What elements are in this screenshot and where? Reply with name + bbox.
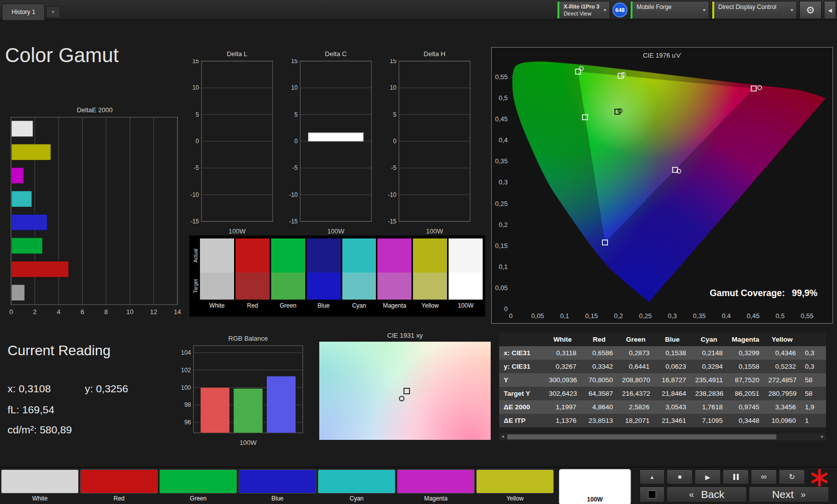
table-cell: 1,1997	[544, 400, 581, 414]
scrollbar-thumb[interactable]	[507, 434, 776, 439]
pattern-button-100w[interactable]: 100W	[559, 469, 631, 504]
svg-text:-10: -10	[388, 191, 397, 198]
results-table: WhiteRedGreenBlueCyanMagentaYellowx: CIE…	[499, 333, 826, 427]
next-button[interactable]: Next »	[749, 486, 829, 502]
pattern-button-yellow[interactable]: Yellow	[476, 469, 554, 502]
svg-text:14: 14	[174, 308, 181, 316]
target-swatch	[200, 273, 234, 300]
scrollbar-track[interactable]	[506, 434, 819, 440]
delta-c-chart-panel: Delta C 151050-5-10-15 100W	[285, 50, 373, 235]
chevron-down-icon: ▼	[790, 8, 794, 13]
table-cell: 16,8727	[654, 373, 691, 387]
comparison-column-100w: 100W	[449, 238, 483, 317]
target-swatch	[342, 273, 376, 300]
target-swatch	[271, 273, 305, 300]
app-root: History 1 + X-Rite i1Pro 3 Direct View ▼…	[0, 0, 837, 504]
table-cell: 272,4857	[764, 373, 800, 387]
pause-button[interactable]	[723, 469, 749, 484]
pause-icon	[733, 474, 735, 480]
table-cell: 10,0960	[764, 414, 800, 427]
svg-text:98: 98	[184, 401, 191, 408]
meter-dropdown[interactable]: X-Rite i1Pro 3 Direct View ▼	[557, 1, 610, 19]
pattern-swatch	[239, 469, 316, 493]
table-cell: 0,4346	[764, 346, 800, 360]
svg-text:15: 15	[192, 59, 199, 65]
table-cell: 0,3299	[727, 346, 764, 360]
pattern-label: Blue	[239, 493, 316, 502]
new-tab-button[interactable]: +	[46, 6, 60, 17]
svg-text:104: 104	[181, 349, 191, 356]
source-status-indicator	[631, 2, 633, 19]
deltae2000-chart: 02468101214	[8, 115, 181, 318]
table-cell: 64,3587	[581, 387, 617, 400]
tab-history-1[interactable]: History 1	[2, 4, 45, 20]
table-row-label: ΔE 2000	[499, 400, 544, 414]
svg-text:2: 2	[33, 308, 37, 316]
table-column-header: Green	[617, 333, 654, 346]
target-swatch	[377, 273, 411, 300]
table-cell: 2,5826	[617, 400, 654, 414]
table-cell: 0,3342	[581, 360, 617, 373]
svg-text:15: 15	[390, 59, 397, 65]
table-row-y: Y300,093670,8050208,807016,8727235,49118…	[499, 373, 826, 387]
back-label: Back	[701, 488, 725, 500]
table-column-header: Magenta	[727, 333, 764, 346]
swatch-label: Red	[236, 300, 270, 311]
x-axis-label: 100W	[384, 227, 472, 235]
comparison-column-green: Green	[271, 238, 305, 317]
table-column-header: White	[544, 333, 581, 346]
attention-asterisk-icon[interactable]	[810, 468, 829, 487]
pattern-button-blue[interactable]: Blue	[239, 469, 316, 502]
bottom-bar: WhiteRedGreenBlueCyanMagentaYellow100W ▲…	[0, 467, 837, 504]
table-cell: 1,1376	[544, 414, 581, 427]
table-cell: 0,0623	[654, 360, 691, 373]
chevron-left-icon: ◀	[828, 8, 832, 13]
display-control-name: Direct Display Control	[718, 4, 776, 11]
svg-text:102: 102	[181, 367, 191, 374]
play-button[interactable]: ▶	[695, 469, 721, 484]
pattern-button-red[interactable]: Red	[80, 469, 158, 502]
table-cell: 238,2836	[691, 387, 727, 400]
pattern-button-white[interactable]: White	[1, 469, 79, 502]
svg-text:5: 5	[195, 111, 199, 118]
pattern-button-cyan[interactable]: Cyan	[318, 469, 395, 502]
table-row-label: y: CIE31	[499, 360, 544, 373]
refresh-button[interactable]: ↻	[779, 469, 805, 484]
table-horizontal-scrollbar[interactable]: ◄ ►	[499, 433, 826, 440]
display-control-dropdown[interactable]: Direct Display Control ▼	[712, 1, 797, 19]
blackout-pattern-button[interactable]	[640, 486, 665, 502]
delta-l-chart: 151050-5-10-15	[186, 59, 275, 224]
delta-c-chart: 151050-5-10-15	[285, 59, 373, 224]
gamut-coverage-readout: Gamut Coverage: 99,9%	[710, 288, 817, 299]
collapse-panel-button[interactable]: ◀	[824, 1, 836, 19]
scroll-left-arrow-icon[interactable]: ◄	[499, 433, 506, 440]
table-header-row: WhiteRedGreenBlueCyanMagentaYellow	[499, 333, 826, 346]
table-cell: 18,2071	[617, 414, 654, 427]
x-axis-label: 100W	[285, 227, 373, 235]
current-reading-fl: fL: 169,54	[8, 404, 54, 416]
stop-button[interactable]: ■	[667, 469, 693, 484]
pattern-swatch	[1, 469, 79, 493]
svg-text:0,4: 0,4	[722, 312, 731, 320]
settings-gear-button[interactable]: ⚙	[799, 1, 821, 19]
table-row--e-itp: ΔE ITP1,137623,851318,207121,34617,10950…	[499, 414, 826, 427]
table-cell: 0,1538	[654, 346, 691, 360]
delta-l-chart-panel: Delta L 151050-5-10-15 100W	[186, 50, 275, 235]
loop-button[interactable]: ∞	[751, 469, 777, 484]
current-reading-y: y: 0,3256	[85, 383, 128, 394]
svg-text:0,1: 0,1	[499, 263, 508, 271]
pattern-label: Cyan	[318, 493, 395, 502]
swatch-label: Cyan	[342, 300, 376, 311]
meter-count-badge[interactable]: 648	[612, 3, 627, 18]
chart-title: Delta C	[285, 50, 373, 59]
table-cell: 208,8070	[617, 373, 654, 387]
actual-swatch	[236, 238, 270, 273]
pattern-up-button[interactable]: ▲	[640, 469, 665, 484]
x-axis-label: 100W	[176, 439, 306, 446]
scroll-right-arrow-icon[interactable]: ►	[819, 433, 826, 440]
source-dropdown[interactable]: Mobile Forge ▼	[630, 1, 709, 19]
pattern-button-magenta[interactable]: Magenta	[397, 469, 475, 502]
back-button[interactable]: « Back	[667, 486, 747, 502]
pattern-button-green[interactable]: Green	[159, 469, 237, 502]
meter-name: X-Rite i1Pro 3	[563, 3, 599, 10]
